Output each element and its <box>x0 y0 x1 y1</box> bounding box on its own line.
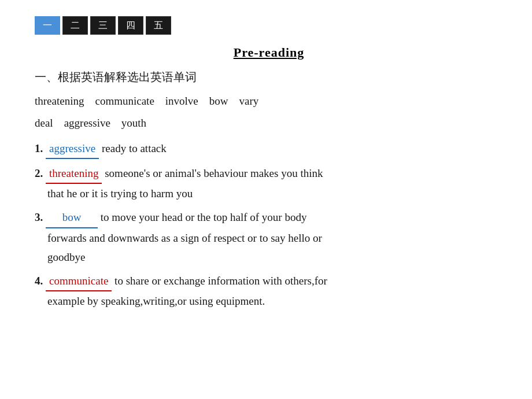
q4-definition-line2: example by speaking,writing,or using equ… <box>35 291 503 311</box>
tab-1[interactable]: 一 <box>35 16 60 35</box>
page-container: 一 二 三 四 五 Pre-reading 一、根据英语解释选出英语单词 thr… <box>0 0 532 399</box>
question-2: 2. threatening someone's or animal's beh… <box>35 164 503 204</box>
q1-number: 1. <box>35 142 43 154</box>
tab-4[interactable]: 四 <box>118 16 143 35</box>
section-heading: 一、根据英语解释选出英语单词 <box>35 69 503 85</box>
word-list-line2: deal aggressive youth <box>35 114 503 132</box>
tab-3[interactable]: 三 <box>90 16 116 35</box>
q3-number: 3. <box>35 211 43 223</box>
question-1: 1. aggressive ready to attack <box>35 139 503 159</box>
question-4: 4. communicate to share or exchange info… <box>35 271 503 311</box>
question-3: 3. bow to move your head or the top half… <box>35 208 503 267</box>
page-title: Pre-reading <box>35 45 503 60</box>
q2-definition-line1: someone's or animal's behaviour makes yo… <box>105 167 323 179</box>
q4-definition-line1: to share or exchange information with ot… <box>114 275 327 287</box>
q2-number: 2. <box>35 167 43 179</box>
q1-answer: aggressive <box>46 139 99 159</box>
q4-answer: communicate <box>46 271 112 291</box>
q3-definition-line3: goodbye <box>35 247 503 267</box>
q4-number: 4. <box>35 275 43 287</box>
q3-definition-line1: to move your head or the top half of you… <box>101 211 307 223</box>
q3-definition-line2: forwards and downwards as a sign of resp… <box>35 228 503 247</box>
q2-answer: threatening <box>46 164 102 184</box>
questions-section: 1. aggressive ready to attack 2. threate… <box>35 139 503 311</box>
tab-2[interactable]: 二 <box>62 16 88 35</box>
q3-answer: bow <box>46 208 98 228</box>
tab-5[interactable]: 五 <box>146 16 171 35</box>
q2-definition-line2: that he or it is trying to harm you <box>35 184 503 203</box>
tab-bar: 一 二 三 四 五 <box>35 16 503 35</box>
q1-definition: ready to attack <box>102 142 167 154</box>
word-list-line1: threatening communicate involve bow vary <box>35 92 503 110</box>
